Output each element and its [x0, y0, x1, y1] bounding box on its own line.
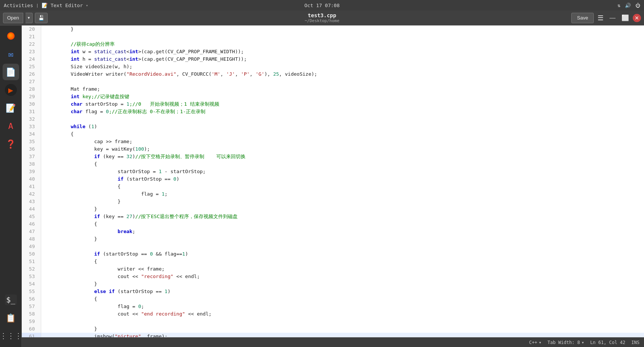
- language-indicator[interactable]: C++ ▾: [529, 340, 542, 345]
- line-content[interactable]: int w = static_cast<int>(cap.get(CV_CAP_…: [41, 48, 244, 55]
- sidebar-item-apps-grid[interactable]: ⋮⋮⋮: [3, 328, 19, 344]
- line-content[interactable]: if (key == 27)//按下ESC退出整个程序，保存视频文件到磁盘: [41, 213, 238, 220]
- line-content[interactable]: else if (startOrStop == 1): [41, 288, 171, 295]
- line-content[interactable]: cap >> frame;: [41, 138, 132, 145]
- table-row: 59: [22, 318, 644, 325]
- line-content[interactable]: cout << "recording" << endl;: [41, 273, 200, 280]
- code-container: 20 }2122 //获得cap的分辨率23 int w = static_ca…: [22, 25, 644, 337]
- open-button[interactable]: Open: [3, 13, 23, 23]
- rhythmbox-icon: ▶: [5, 84, 17, 96]
- line-content[interactable]: {: [41, 220, 97, 228]
- table-row: 35 cap >> frame;: [22, 138, 644, 145]
- hamburger-menu-button[interactable]: ☰: [595, 13, 606, 23]
- table-row: 23 int w = static_cast<int>(cap.get(CV_C…: [22, 48, 644, 55]
- sidebar-item-email[interactable]: ✉: [3, 46, 19, 62]
- file-path: ~/Desktop/home: [305, 18, 340, 23]
- line-number: 29: [22, 93, 41, 100]
- line-content[interactable]: startOrStop = 1 - startOrStop;: [41, 168, 206, 175]
- line-number: 41: [22, 183, 41, 190]
- app-indicator-label[interactable]: Text Editor: [51, 3, 83, 8]
- line-content[interactable]: {: [41, 130, 73, 138]
- line-content[interactable]: }: [41, 325, 97, 333]
- line-content[interactable]: Mat frame;: [41, 85, 100, 93]
- line-content[interactable]: writer << frame;: [41, 265, 165, 273]
- line-content[interactable]: if (startOrStop == 0): [41, 175, 179, 183]
- language-label: C++: [529, 340, 538, 345]
- network-icon[interactable]: ⇅: [617, 3, 620, 8]
- table-row: 26 VideoWriter writer("RecordVideo.avi",…: [22, 70, 644, 78]
- app-indicator-arrow[interactable]: ▾: [86, 3, 88, 7]
- maximize-button[interactable]: ⬜: [619, 13, 631, 22]
- sidebar-item-firefox[interactable]: [3, 28, 19, 44]
- power-icon[interactable]: ⏻: [635, 3, 640, 8]
- sidebar-item-terminal[interactable]: $_: [3, 292, 19, 308]
- line-content[interactable]: break;: [41, 228, 135, 235]
- line-content[interactable]: //获得cap的分辨率: [41, 40, 115, 48]
- table-row: 32: [22, 115, 644, 123]
- line-number: 21: [22, 33, 41, 40]
- table-row: 52 writer << frame;: [22, 265, 644, 273]
- line-content[interactable]: if (startOrStop == 0 && flag==1): [41, 250, 188, 258]
- line-content[interactable]: while (1): [41, 123, 97, 130]
- line-content[interactable]: int key;//记录键盘按键: [41, 93, 129, 100]
- line-content[interactable]: cout << "end recording" << endl;: [41, 310, 211, 318]
- line-number: 58: [22, 310, 41, 318]
- tab-width-label: Tab Width: 8: [547, 340, 580, 345]
- line-content[interactable]: flag = 1;: [41, 190, 168, 198]
- line-number: 59: [22, 318, 41, 325]
- line-content[interactable]: {: [41, 295, 97, 303]
- line-number: 60: [22, 325, 41, 333]
- email-icon: ✉: [8, 49, 13, 59]
- minimize-button[interactable]: —: [607, 14, 618, 22]
- sidebar-item-notes[interactable]: 📋: [3, 310, 19, 326]
- close-button[interactable]: ✕: [633, 14, 641, 22]
- sidebar-item-help[interactable]: ❓: [3, 136, 19, 152]
- save-icon-button[interactable]: 💾: [35, 13, 48, 23]
- table-row: 34 {: [22, 130, 644, 138]
- line-number: 44: [22, 205, 41, 213]
- line-content[interactable]: }: [41, 205, 97, 213]
- line-content[interactable]: {: [41, 183, 121, 190]
- line-content[interactable]: imshow("picture", frame);: [41, 333, 168, 337]
- cursor-position-indicator: Ln 61, Col 42: [590, 340, 625, 345]
- table-row: 40 if (startOrStop == 0): [22, 175, 644, 183]
- cursor-position-label: Ln 61, Col 42: [590, 340, 625, 345]
- activities-label[interactable]: Activities: [4, 3, 33, 8]
- line-content[interactable]: {: [41, 258, 97, 265]
- line-content[interactable]: }: [41, 280, 97, 288]
- line-content[interactable]: }: [41, 25, 73, 33]
- line-number: 43: [22, 198, 41, 205]
- editor-area[interactable]: 20 }2122 //获得cap的分辨率23 int w = static_ca…: [22, 25, 644, 337]
- sidebar-item-files[interactable]: 📄: [3, 64, 19, 80]
- line-content[interactable]: int h = static_cast<int>(cap.get(CV_CAP_…: [41, 55, 247, 63]
- sidebar-item-rhythmbox[interactable]: ▶: [3, 82, 19, 98]
- open-dropdown-button[interactable]: ▾: [25, 13, 33, 23]
- line-number: 23: [22, 48, 41, 55]
- sidebar-item-text-editor[interactable]: 📝: [3, 100, 19, 116]
- line-content[interactable]: VideoWriter writer("RecordVideo.avi", CV…: [41, 70, 317, 78]
- tab-width-indicator[interactable]: Tab Width: 8 ▾: [547, 340, 584, 345]
- sidebar-item-appstore[interactable]: A: [3, 118, 19, 134]
- volume-icon[interactable]: 🔊: [625, 3, 631, 8]
- line-number: 31: [22, 108, 41, 115]
- table-row: 43 }: [22, 198, 644, 205]
- line-content[interactable]: }: [41, 235, 97, 243]
- line-content[interactable]: char startOrStop = 1;//0 开始录制视频；1 结束录制视频: [41, 100, 219, 108]
- line-content[interactable]: Size videoSize(w, h);: [41, 63, 132, 70]
- line-number: 46: [22, 220, 41, 228]
- line-content[interactable]: char flag = 0;//正在录制标志 0-不在录制；1-正在录制: [41, 108, 205, 115]
- line-content[interactable]: }: [41, 198, 121, 205]
- line-number: 37: [22, 153, 41, 160]
- save-button[interactable]: Save: [571, 13, 594, 23]
- line-number: 52: [22, 265, 41, 273]
- line-number: 53: [22, 273, 41, 280]
- text-editor-icon: 📝: [6, 103, 16, 113]
- line-number: 27: [22, 78, 41, 85]
- table-row: 53 cout << "recording" << endl;: [22, 273, 644, 280]
- line-content[interactable]: {: [41, 160, 97, 168]
- firefox-icon: [7, 32, 15, 40]
- line-content[interactable]: flag = 0;: [41, 303, 144, 310]
- line-content[interactable]: key = waitKey(100);: [41, 145, 150, 153]
- line-number: 26: [22, 70, 41, 78]
- line-content[interactable]: if (key == 32)//按下空格开始录制、暂停录制 可以来回切换: [41, 153, 246, 160]
